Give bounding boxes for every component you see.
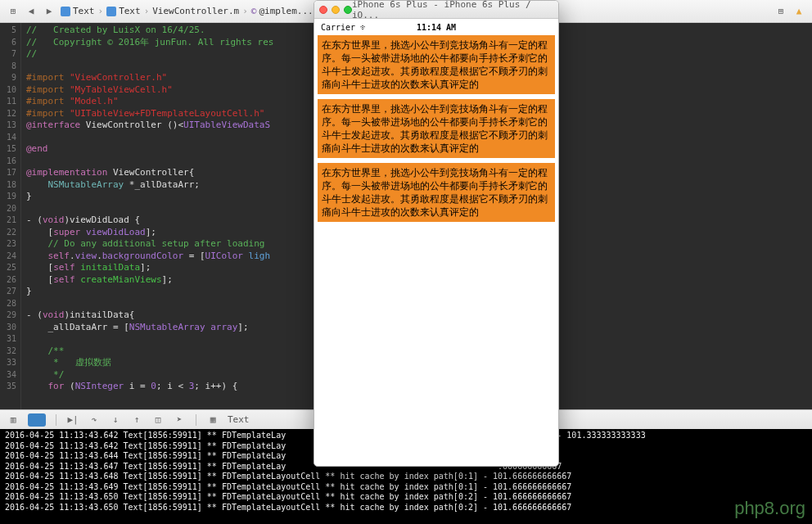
divider bbox=[196, 414, 196, 426]
zoom-button[interactable] bbox=[344, 6, 352, 14]
close-button[interactable] bbox=[319, 6, 327, 14]
simulator-titlebar[interactable]: iPhone 6s Plus - iPhone 6s Plus / iO... bbox=[314, 1, 558, 19]
project-icon bbox=[61, 7, 70, 16]
table-cell[interactable]: 在东方世界里，挑选小公牛到竞技场角斗有一定的程序。每一头被带进场地的公牛都要向手… bbox=[318, 163, 555, 222]
chevron-right-icon: › bbox=[242, 6, 248, 16]
continue-icon[interactable]: ▶| bbox=[66, 413, 79, 427]
folder-icon bbox=[106, 7, 116, 16]
assistant-icon[interactable]: ⊞ bbox=[774, 5, 787, 18]
simulator-content[interactable]: 在东方世界里，挑选小公牛到竞技场角斗有一定的程序。每一头被带进场地的公牛都要向手… bbox=[314, 35, 558, 222]
breadcrumb[interactable]: Text › Text › ViewController.m › © @impl… bbox=[61, 6, 314, 16]
back-icon[interactable]: ◀ bbox=[25, 5, 38, 18]
carrier-label: Carrier ᯤ bbox=[321, 23, 368, 32]
process-label[interactable]: Text bbox=[228, 414, 250, 425]
step-into-icon[interactable]: ↓ bbox=[109, 413, 122, 427]
simulator-window: iPhone 6s Plus - iPhone 6s Plus / iO... … bbox=[314, 0, 559, 467]
status-bar: Carrier ᯤ 11:14 AM bbox=[314, 19, 558, 34]
watermark: php8.org bbox=[734, 498, 805, 519]
breakpoints-button[interactable] bbox=[28, 413, 46, 427]
breadcrumb-item: ViewController.m bbox=[152, 6, 239, 16]
table-cell[interactable]: 在东方世界里，挑选小公牛到竞技场角斗有一定的程序。每一头被带进场地的公牛都要向手… bbox=[318, 35, 555, 94]
location-icon[interactable]: ➤ bbox=[173, 413, 186, 427]
line-gutter: 5678910111213141516171819202122232425262… bbox=[0, 23, 21, 409]
step-out-icon[interactable]: ↑ bbox=[130, 413, 143, 427]
breadcrumb-item: Text bbox=[106, 6, 141, 16]
hide-debug-icon[interactable]: ▥ bbox=[7, 413, 20, 427]
window-controls bbox=[319, 6, 352, 14]
chevron-right-icon: › bbox=[98, 6, 104, 16]
table-cell[interactable]: 在东方世界里，挑选小公牛到竞技场角斗有一定的程序。每一头被带进场地的公牛都要向手… bbox=[318, 99, 555, 158]
process-icon[interactable]: ▦ bbox=[206, 413, 219, 427]
status-time: 11:14 AM bbox=[417, 23, 456, 32]
wifi-icon: ᯤ bbox=[360, 23, 368, 32]
simulator-title: iPhone 6s Plus - iPhone 6s Plus / iO... bbox=[352, 0, 553, 20]
view-debug-icon[interactable]: ◫ bbox=[151, 413, 165, 427]
forward-icon[interactable]: ▶ bbox=[43, 5, 56, 18]
related-items-icon[interactable]: ⊞ bbox=[7, 5, 20, 18]
chevron-right-icon: › bbox=[144, 6, 150, 16]
minimize-button[interactable] bbox=[332, 6, 340, 14]
warning-icon[interactable]: ▲ bbox=[792, 5, 805, 18]
breadcrumb-item: © @implem... bbox=[251, 6, 314, 16]
divider bbox=[56, 414, 56, 426]
breadcrumb-item: Text bbox=[61, 6, 95, 16]
step-over-icon[interactable]: ↷ bbox=[88, 413, 101, 427]
